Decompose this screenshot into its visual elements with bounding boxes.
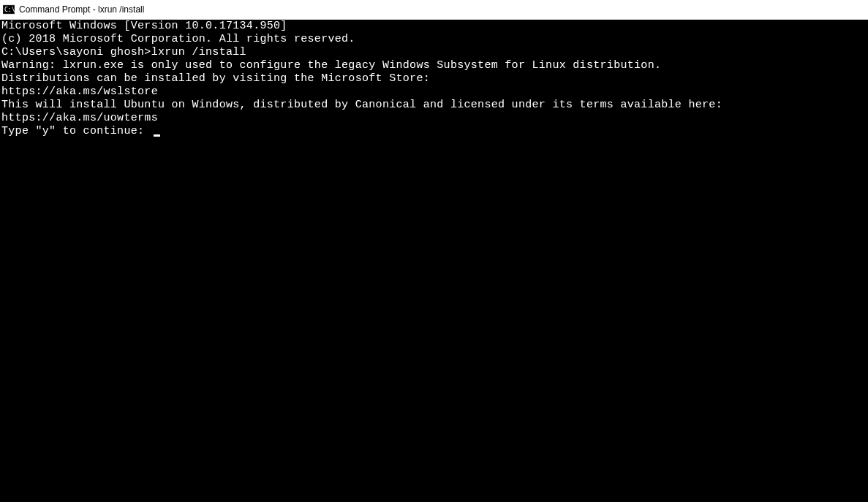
- install-info-line: This will install Ubuntu on Windows, dis…: [1, 99, 867, 112]
- info-line: Distributions can be installed by visiti…: [1, 72, 867, 85]
- warning-line: Warning: lxrun.exe is only used to confi…: [1, 59, 867, 72]
- copyright-line: (c) 2018 Microsoft Corporation. All righ…: [1, 33, 867, 46]
- command-line: C:\Users\sayoni ghosh>lxrun /install: [1, 46, 246, 59]
- typed-command: lxrun /install: [151, 46, 246, 58]
- url-line-1: https://aka.ms/wslstore: [1, 85, 867, 99]
- cmd-icon: C:\: [3, 4, 15, 15]
- version-line: Microsoft Windows [Version 10.0.17134.95…: [1, 20, 867, 33]
- continue-prompt: Type "y" to continue:: [1, 125, 160, 138]
- window-title: Command Prompt - lxrun /install: [19, 4, 144, 15]
- terminal-output[interactable]: Microsoft Windows [Version 10.0.17134.95…: [0, 20, 868, 502]
- svg-text:C:\: C:\: [4, 7, 15, 13]
- url-line-2: https://aka.ms/uowterms: [1, 112, 867, 125]
- cursor-icon: [154, 134, 160, 137]
- prompt-text: Type "y" to continue:: [1, 125, 151, 137]
- window-titlebar: C:\ Command Prompt - lxrun /install: [0, 0, 868, 20]
- prompt-path: C:\Users\sayoni ghosh>: [1, 46, 151, 58]
